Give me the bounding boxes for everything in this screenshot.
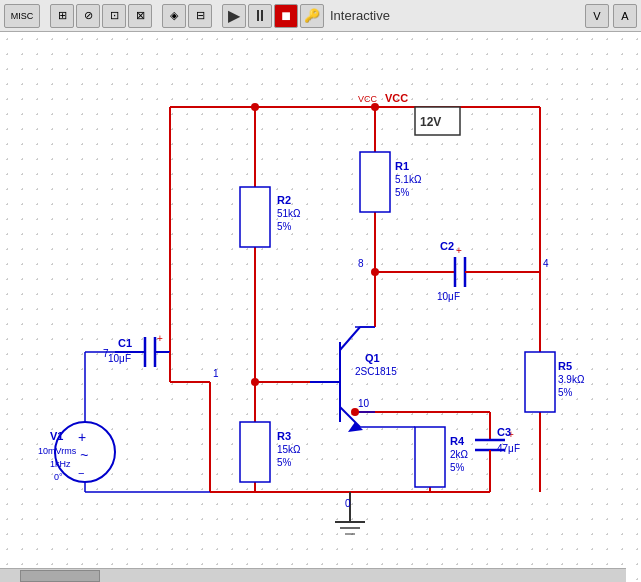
svg-text:15kΩ: 15kΩ	[277, 444, 301, 455]
svg-text:10μF: 10μF	[108, 353, 131, 364]
svg-text:4: 4	[543, 258, 549, 269]
svg-line-73	[340, 327, 360, 350]
svg-rect-35	[240, 422, 270, 482]
svg-text:3.9kΩ: 3.9kΩ	[558, 374, 585, 385]
svg-text:12V: 12V	[420, 115, 441, 129]
tb-btn-2[interactable]: ⊘	[76, 4, 100, 28]
svg-text:1: 1	[213, 368, 219, 379]
tb-a-btn[interactable]: A	[613, 4, 637, 28]
svg-rect-31	[360, 152, 390, 212]
pause-button[interactable]: ⏸	[248, 4, 272, 28]
svg-text:5%: 5%	[277, 457, 292, 468]
svg-text:R1: R1	[395, 160, 409, 172]
svg-text:1kHz: 1kHz	[50, 459, 71, 469]
svg-text:2kΩ: 2kΩ	[450, 449, 469, 460]
svg-text:5.1kΩ: 5.1kΩ	[395, 174, 422, 185]
svg-text:10: 10	[358, 398, 370, 409]
svg-text:VCC: VCC	[358, 94, 378, 104]
svg-text:10μF: 10μF	[437, 291, 460, 302]
svg-text:47μF: 47μF	[497, 443, 520, 454]
svg-rect-39	[415, 427, 445, 487]
svg-text:10mVrms: 10mVrms	[38, 446, 77, 456]
svg-text:5%: 5%	[558, 387, 573, 398]
svg-text:V1: V1	[50, 430, 63, 442]
key-icon[interactable]: 🔑	[300, 4, 324, 28]
svg-text:VCC: VCC	[385, 92, 408, 104]
tb-misc[interactable]: MISC	[4, 4, 40, 28]
svg-text:R3: R3	[277, 430, 291, 442]
svg-text:+: +	[157, 333, 163, 344]
svg-point-25	[371, 268, 379, 276]
svg-text:C3: C3	[497, 426, 511, 438]
svg-text:8: 8	[358, 258, 364, 269]
svg-text:0°: 0°	[54, 472, 63, 482]
svg-text:R2: R2	[277, 194, 291, 206]
svg-rect-44	[525, 352, 555, 412]
tb-v-btn[interactable]: V	[585, 4, 609, 28]
svg-text:0: 0	[345, 498, 351, 509]
interactive-label: Interactive	[330, 8, 390, 23]
svg-text:51kΩ: 51kΩ	[277, 208, 301, 219]
svg-text:R4: R4	[450, 435, 465, 447]
svg-text:5%: 5%	[277, 221, 292, 232]
svg-text:5%: 5%	[450, 462, 465, 473]
svg-point-22	[371, 103, 379, 111]
svg-text:C2: C2	[440, 240, 454, 252]
horizontal-scrollbar[interactable]	[0, 568, 626, 582]
svg-point-24	[251, 378, 259, 386]
svg-text:R5: R5	[558, 360, 572, 372]
toolbar: MISC ⊞ ⊘ ⊡ ⊠ ◈ ⊟ ▶ ⏸ ■ 🔑 Interactive V A	[0, 0, 641, 32]
toolbar-right: V A	[585, 4, 637, 28]
svg-text:+: +	[78, 429, 86, 445]
tb-btn-4[interactable]: ⊠	[128, 4, 152, 28]
svg-point-23	[251, 103, 259, 111]
svg-text:2SC1815: 2SC1815	[355, 366, 397, 377]
tb-btn-5[interactable]: ◈	[162, 4, 186, 28]
svg-text:Q1: Q1	[365, 352, 380, 364]
svg-rect-27	[240, 187, 270, 247]
circuit-schematic: R2 51kΩ 5% R1 5.1kΩ 5% R3 15kΩ 5% R4 2kΩ…	[0, 32, 641, 582]
circuit-canvas[interactable]: R2 51kΩ 5% R1 5.1kΩ 5% R3 15kΩ 5% R4 2kΩ…	[0, 32, 641, 582]
svg-text:~: ~	[80, 447, 88, 463]
svg-text:+: +	[456, 245, 462, 256]
tb-btn-6[interactable]: ⊟	[188, 4, 212, 28]
tb-btn-3[interactable]: ⊡	[102, 4, 126, 28]
scrollbar-thumb[interactable]	[20, 570, 100, 582]
svg-text:5%: 5%	[395, 187, 410, 198]
svg-text:C1: C1	[118, 337, 132, 349]
svg-point-26	[351, 408, 359, 416]
svg-text:−: −	[78, 467, 84, 479]
tb-btn-1[interactable]: ⊞	[50, 4, 74, 28]
svg-text:7: 7	[103, 348, 109, 359]
play-button[interactable]: ▶	[222, 4, 246, 28]
stop-button[interactable]: ■	[274, 4, 298, 28]
